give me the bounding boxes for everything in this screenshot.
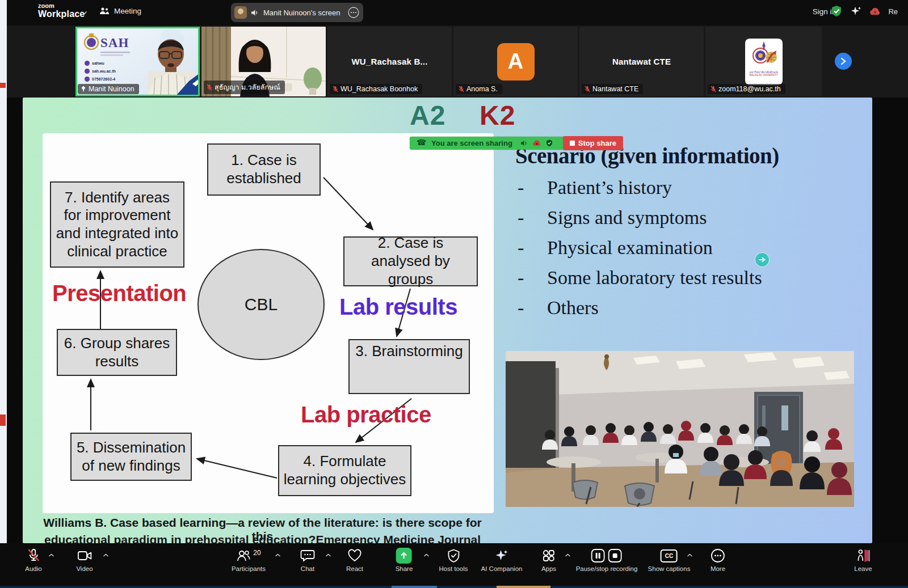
sharing-status-text: You are screen sharing <box>431 139 512 147</box>
mic-muted-icon <box>207 84 212 91</box>
pin-icon <box>81 86 86 92</box>
audio-button[interactable]: Audio <box>25 548 41 572</box>
video-tile-rachasak[interactable]: WU_Rachasak B... WU_Rachasak Boonhok <box>327 27 452 96</box>
label-lab-results: Lab results <box>339 294 457 320</box>
participants-button[interactable]: 20 Participants <box>232 548 266 572</box>
recording-cloud-icon <box>869 7 881 15</box>
video-tile-anoma[interactable]: A Anoma S. <box>453 27 578 96</box>
shared-screen-pill[interactable]: Manit Nuinoon's screen <box>231 3 363 22</box>
video-tile-nantawat[interactable]: Nantawat CTE Nantawat CTE <box>579 27 704 96</box>
chevron-right-icon <box>840 57 847 65</box>
sah-contact-2: sah.wu.ac.th <box>92 69 116 73</box>
edge-artifact <box>0 414 6 426</box>
cc-icon: CC <box>661 549 678 562</box>
mic-muted-icon <box>27 548 40 563</box>
pause-stop-recording-button[interactable]: Pause/stop recording <box>576 548 638 572</box>
walailak-university-logo: มหาวิทยาลัยวลัยลักษณ์ WALAILAK UNIVERSIT… <box>745 39 783 85</box>
speaker-icon[interactable] <box>520 140 528 146</box>
more-button[interactable]: More <box>711 548 725 572</box>
apps-button[interactable]: Apps <box>541 548 556 572</box>
audio-options-chevron[interactable] <box>48 553 54 557</box>
stop-icon <box>570 141 575 146</box>
diagram-box-7: 7. Identify areas for improvement and in… <box>50 181 184 268</box>
sah-contact-3: 075672602-4 <box>92 77 115 81</box>
video-options-chevron[interactable] <box>103 553 109 557</box>
participant-name-badge: WU_Rachasak Boonhok <box>330 84 422 94</box>
chat-button[interactable]: Chat <box>300 548 315 572</box>
ai-companion-button[interactable]: AI Companion <box>481 548 523 572</box>
avatar <box>234 6 247 19</box>
leave-meeting-icon <box>855 548 871 563</box>
shared-screen-content: A2 K2 1. Case is established 7. Identify… <box>23 98 872 543</box>
diagram-box-6: 6. Group shares results <box>57 329 177 376</box>
participant-name-badge: สุธัญญา ม.วลัยลักษณ์ <box>204 81 285 94</box>
scenario-bullet: -Some laboratory test results <box>518 267 762 289</box>
apps-icon <box>541 549 556 562</box>
scenario-bullet: -Others <box>518 297 599 319</box>
camera-icon <box>77 550 92 561</box>
share-button[interactable]: Share <box>396 548 413 572</box>
video-tile-manit[interactable]: SAH sahwu sah.wu.ac.th 075672602-4 Manit… <box>75 27 200 96</box>
zoom-workplace-logo: zoom Workplace <box>38 3 85 19</box>
phone-icon: ☎ <box>417 138 426 147</box>
stop-share-button[interactable]: Stop share <box>563 136 623 150</box>
leave-button[interactable]: Leave <box>854 548 872 572</box>
tab-meeting[interactable]: Meeting <box>99 7 141 15</box>
share-options-chevron[interactable] <box>423 553 430 557</box>
host-tools-button[interactable]: Host tools <box>439 548 468 572</box>
label-lab-practice: Lab practice <box>301 402 431 428</box>
share-screen-icon <box>396 548 412 564</box>
university-emblem <box>748 41 780 67</box>
recording-cloud-icon[interactable] <box>532 140 541 146</box>
security-shield-icon[interactable] <box>546 139 553 147</box>
chat-options-chevron[interactable] <box>325 553 331 557</box>
classroom-photo <box>506 351 854 507</box>
mic-muted-icon <box>711 86 716 92</box>
mic-muted-icon <box>585 86 590 92</box>
video-tile-suthanya[interactable]: สุธัญญา ม.วลัยลักษณ์ <box>201 27 326 96</box>
video-button[interactable]: Video <box>76 548 93 572</box>
university-name-en: WALAILAK UNIVERSITY <box>745 74 783 77</box>
people-icon <box>99 7 110 15</box>
participant-name-badge: zoom118@wu.ac.th <box>708 84 785 94</box>
diagram-box-2: 2. Case is analysed by groups <box>343 236 478 286</box>
ai-sparkle-icon <box>494 548 509 563</box>
heart-icon <box>347 549 362 562</box>
participant-name-badge: Nantawat CTE <box>582 84 643 94</box>
scenario-bullet: -Physical examination <box>518 237 713 259</box>
mic-muted-icon <box>459 86 464 92</box>
diagram-box-1: 1. Case is established <box>207 143 321 196</box>
apps-options-chevron[interactable] <box>565 553 571 557</box>
video-gallery-strip: SAH sahwu sah.wu.ac.th 075672602-4 Manit… <box>7 26 908 98</box>
ai-sparkle-icon[interactable] <box>850 5 862 18</box>
diagram-box-4: 4. Formulate learning objectives <box>278 445 411 496</box>
captions-options-chevron[interactable] <box>687 553 693 557</box>
security-shield-icon[interactable] <box>831 5 842 18</box>
participant-name-badge: Manit Nuinoon <box>78 84 139 94</box>
participants-options-chevron[interactable] <box>275 553 281 557</box>
diagram-box-5: 5. Dissemination of new findings <box>70 433 192 481</box>
shield-icon <box>447 549 460 563</box>
show-captions-button[interactable]: CC Show captions <box>648 548 691 572</box>
chat-bubble-icon <box>300 549 315 562</box>
chevron-down-icon[interactable] <box>81 11 87 15</box>
next-page-button[interactable] <box>835 53 852 70</box>
taskbar-sliver <box>0 586 908 588</box>
react-button[interactable]: React <box>346 548 363 572</box>
label-presentation: Presentation <box>52 281 186 306</box>
mic-muted-icon <box>333 86 338 92</box>
participant-name-badge: Anoma S. <box>456 84 502 94</box>
shared-screen-title: Manit Nuinoon's screen <box>263 9 343 17</box>
pause-recording-icon[interactable] <box>591 548 606 563</box>
record-label-clipped: Re <box>888 7 898 16</box>
participants-icon <box>236 549 251 562</box>
stop-recording-icon[interactable] <box>608 548 623 563</box>
slide-title-k2: K2 <box>480 100 515 131</box>
sah-logo-text: SAH <box>100 36 129 50</box>
speaker-icon <box>251 9 259 16</box>
video-tile-zoom118[interactable]: มหาวิทยาลัยวลัยลักษณ์ WALAILAK UNIVERSIT… <box>705 27 822 96</box>
meeting-tab-label: Meeting <box>114 7 141 15</box>
more-options-icon[interactable] <box>347 6 360 19</box>
slide-title-a2: A2 <box>410 100 445 131</box>
meeting-controls-toolbar: Audio Video 20 Participants <box>0 543 908 586</box>
